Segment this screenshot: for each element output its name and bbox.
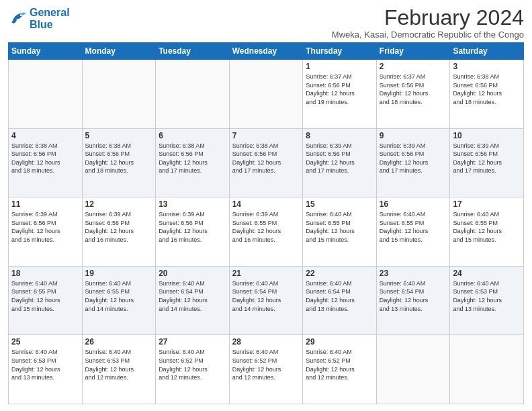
day-info: Sunrise: 6:40 AM Sunset: 6:52 PM Dayligh… bbox=[306, 348, 373, 381]
day-info: Sunrise: 6:38 AM Sunset: 6:56 PM Dayligh… bbox=[85, 142, 153, 175]
day-info: Sunrise: 6:40 AM Sunset: 6:52 PM Dayligh… bbox=[159, 348, 226, 381]
day-number: 9 bbox=[380, 131, 447, 140]
calendar-cell: 16Sunrise: 6:40 AM Sunset: 6:55 PM Dayli… bbox=[376, 197, 450, 267]
calendar-cell: 12Sunrise: 6:39 AM Sunset: 6:56 PM Dayli… bbox=[82, 197, 156, 267]
day-number: 15 bbox=[306, 199, 373, 209]
day-number: 14 bbox=[232, 199, 300, 209]
day-number: 22 bbox=[306, 269, 373, 278]
day-info: Sunrise: 6:38 AM Sunset: 6:56 PM Dayligh… bbox=[232, 142, 300, 175]
day-number: 1 bbox=[306, 62, 373, 71]
day-info: Sunrise: 6:37 AM Sunset: 6:56 PM Dayligh… bbox=[306, 73, 373, 106]
day-info: Sunrise: 6:37 AM Sunset: 6:56 PM Dayligh… bbox=[380, 73, 447, 106]
location: Mweka, Kasai, Democratic Republic of the… bbox=[332, 30, 524, 40]
calendar-header-wednesday: Wednesday bbox=[229, 43, 303, 60]
day-number: 20 bbox=[159, 269, 226, 278]
title-block: February 2024 Mweka, Kasai, Democratic R… bbox=[332, 7, 524, 40]
calendar-week-row: 18Sunrise: 6:40 AM Sunset: 6:55 PM Dayli… bbox=[9, 266, 524, 335]
day-number: 24 bbox=[453, 269, 521, 278]
day-number: 13 bbox=[159, 199, 226, 209]
day-info: Sunrise: 6:39 AM Sunset: 6:56 PM Dayligh… bbox=[159, 210, 226, 244]
calendar-week-row: 25Sunrise: 6:40 AM Sunset: 6:53 PM Dayli… bbox=[9, 335, 524, 404]
day-info: Sunrise: 6:40 AM Sunset: 6:55 PM Dayligh… bbox=[453, 210, 521, 244]
calendar-cell bbox=[9, 60, 83, 129]
calendar-header-tuesday: Tuesday bbox=[156, 43, 230, 60]
day-number: 4 bbox=[11, 131, 79, 140]
calendar-table: SundayMondayTuesdayWednesdayThursdayFrid… bbox=[8, 42, 524, 404]
calendar-cell: 26Sunrise: 6:40 AM Sunset: 6:53 PM Dayli… bbox=[82, 335, 156, 404]
calendar-cell bbox=[156, 60, 230, 129]
day-number: 16 bbox=[380, 199, 447, 209]
calendar-cell: 2Sunrise: 6:37 AM Sunset: 6:56 PM Daylig… bbox=[376, 60, 450, 129]
calendar-cell: 10Sunrise: 6:39 AM Sunset: 6:56 PM Dayli… bbox=[450, 128, 524, 197]
day-info: Sunrise: 6:39 AM Sunset: 6:56 PM Dayligh… bbox=[306, 142, 373, 175]
calendar-cell: 25Sunrise: 6:40 AM Sunset: 6:53 PM Dayli… bbox=[9, 335, 83, 404]
calendar-cell: 29Sunrise: 6:40 AM Sunset: 6:52 PM Dayli… bbox=[303, 335, 377, 404]
day-info: Sunrise: 6:39 AM Sunset: 6:55 PM Dayligh… bbox=[232, 210, 300, 244]
day-info: Sunrise: 6:40 AM Sunset: 6:54 PM Dayligh… bbox=[232, 279, 300, 313]
day-info: Sunrise: 6:40 AM Sunset: 6:54 PM Dayligh… bbox=[306, 279, 373, 313]
calendar-week-row: 4Sunrise: 6:38 AM Sunset: 6:56 PM Daylig… bbox=[9, 128, 524, 197]
calendar-cell: 14Sunrise: 6:39 AM Sunset: 6:55 PM Dayli… bbox=[229, 197, 303, 267]
day-info: Sunrise: 6:39 AM Sunset: 6:56 PM Dayligh… bbox=[453, 142, 521, 175]
calendar-header-sunday: Sunday bbox=[9, 43, 83, 60]
calendar-cell: 5Sunrise: 6:38 AM Sunset: 6:56 PM Daylig… bbox=[82, 128, 156, 197]
calendar-cell: 15Sunrise: 6:40 AM Sunset: 6:55 PM Dayli… bbox=[303, 197, 377, 267]
calendar-cell bbox=[229, 60, 303, 129]
calendar-cell: 18Sunrise: 6:40 AM Sunset: 6:55 PM Dayli… bbox=[9, 266, 83, 335]
day-info: Sunrise: 6:40 AM Sunset: 6:55 PM Dayligh… bbox=[11, 279, 79, 313]
day-info: Sunrise: 6:40 AM Sunset: 6:53 PM Dayligh… bbox=[453, 279, 521, 313]
day-info: Sunrise: 6:39 AM Sunset: 6:56 PM Dayligh… bbox=[85, 210, 153, 244]
calendar-cell: 20Sunrise: 6:40 AM Sunset: 6:54 PM Dayli… bbox=[156, 266, 230, 335]
calendar-week-row: 11Sunrise: 6:39 AM Sunset: 6:56 PM Dayli… bbox=[9, 197, 524, 267]
day-number: 28 bbox=[232, 337, 300, 347]
day-info: Sunrise: 6:40 AM Sunset: 6:55 PM Dayligh… bbox=[380, 210, 447, 244]
day-info: Sunrise: 6:40 AM Sunset: 6:55 PM Dayligh… bbox=[306, 210, 373, 244]
calendar-cell: 9Sunrise: 6:39 AM Sunset: 6:56 PM Daylig… bbox=[376, 128, 450, 197]
logo-text: General Blue bbox=[30, 7, 70, 31]
calendar-cell: 24Sunrise: 6:40 AM Sunset: 6:53 PM Dayli… bbox=[450, 266, 524, 335]
calendar-cell: 22Sunrise: 6:40 AM Sunset: 6:54 PM Dayli… bbox=[303, 266, 377, 335]
calendar-header-monday: Monday bbox=[82, 43, 156, 60]
calendar-cell: 4Sunrise: 6:38 AM Sunset: 6:56 PM Daylig… bbox=[9, 128, 83, 197]
calendar-cell: 3Sunrise: 6:38 AM Sunset: 6:56 PM Daylig… bbox=[450, 60, 524, 129]
calendar-header-row: SundayMondayTuesdayWednesdayThursdayFrid… bbox=[9, 43, 524, 60]
day-number: 3 bbox=[453, 62, 521, 71]
calendar-cell: 21Sunrise: 6:40 AM Sunset: 6:54 PM Dayli… bbox=[229, 266, 303, 335]
month-year: February 2024 bbox=[332, 7, 524, 28]
calendar-week-row: 1Sunrise: 6:37 AM Sunset: 6:56 PM Daylig… bbox=[9, 60, 524, 129]
day-number: 17 bbox=[453, 199, 521, 209]
logo-icon bbox=[8, 9, 27, 28]
day-info: Sunrise: 6:38 AM Sunset: 6:56 PM Dayligh… bbox=[159, 142, 226, 175]
calendar-cell: 11Sunrise: 6:39 AM Sunset: 6:56 PM Dayli… bbox=[9, 197, 83, 267]
calendar-cell: 1Sunrise: 6:37 AM Sunset: 6:56 PM Daylig… bbox=[303, 60, 377, 129]
day-number: 10 bbox=[453, 131, 521, 140]
calendar-cell bbox=[450, 335, 524, 404]
calendar-cell: 13Sunrise: 6:39 AM Sunset: 6:56 PM Dayli… bbox=[156, 197, 230, 267]
day-number: 27 bbox=[159, 337, 226, 347]
calendar-header-saturday: Saturday bbox=[450, 43, 524, 60]
day-number: 21 bbox=[232, 269, 300, 278]
day-number: 8 bbox=[306, 131, 373, 140]
calendar-cell: 6Sunrise: 6:38 AM Sunset: 6:56 PM Daylig… bbox=[156, 128, 230, 197]
logo: General Blue bbox=[8, 7, 70, 31]
day-info: Sunrise: 6:38 AM Sunset: 6:56 PM Dayligh… bbox=[453, 73, 521, 106]
calendar-cell bbox=[82, 60, 156, 129]
calendar-cell: 7Sunrise: 6:38 AM Sunset: 6:56 PM Daylig… bbox=[229, 128, 303, 197]
calendar-cell: 27Sunrise: 6:40 AM Sunset: 6:52 PM Dayli… bbox=[156, 335, 230, 404]
calendar-cell: 19Sunrise: 6:40 AM Sunset: 6:55 PM Dayli… bbox=[82, 266, 156, 335]
day-number: 26 bbox=[85, 337, 153, 347]
calendar-cell bbox=[376, 335, 450, 404]
day-info: Sunrise: 6:40 AM Sunset: 6:53 PM Dayligh… bbox=[85, 348, 153, 381]
calendar-cell: 8Sunrise: 6:39 AM Sunset: 6:56 PM Daylig… bbox=[303, 128, 377, 197]
day-info: Sunrise: 6:39 AM Sunset: 6:56 PM Dayligh… bbox=[11, 210, 79, 244]
day-number: 12 bbox=[85, 199, 153, 209]
day-number: 29 bbox=[306, 337, 373, 347]
calendar-cell: 23Sunrise: 6:40 AM Sunset: 6:54 PM Dayli… bbox=[376, 266, 450, 335]
calendar-header-thursday: Thursday bbox=[303, 43, 377, 60]
day-info: Sunrise: 6:40 AM Sunset: 6:52 PM Dayligh… bbox=[232, 348, 300, 381]
day-number: 23 bbox=[380, 269, 447, 278]
day-number: 6 bbox=[159, 131, 226, 140]
day-number: 7 bbox=[232, 131, 300, 140]
day-number: 25 bbox=[11, 337, 79, 347]
page: General Blue February 2024 Mweka, Kasai,… bbox=[0, 0, 532, 411]
